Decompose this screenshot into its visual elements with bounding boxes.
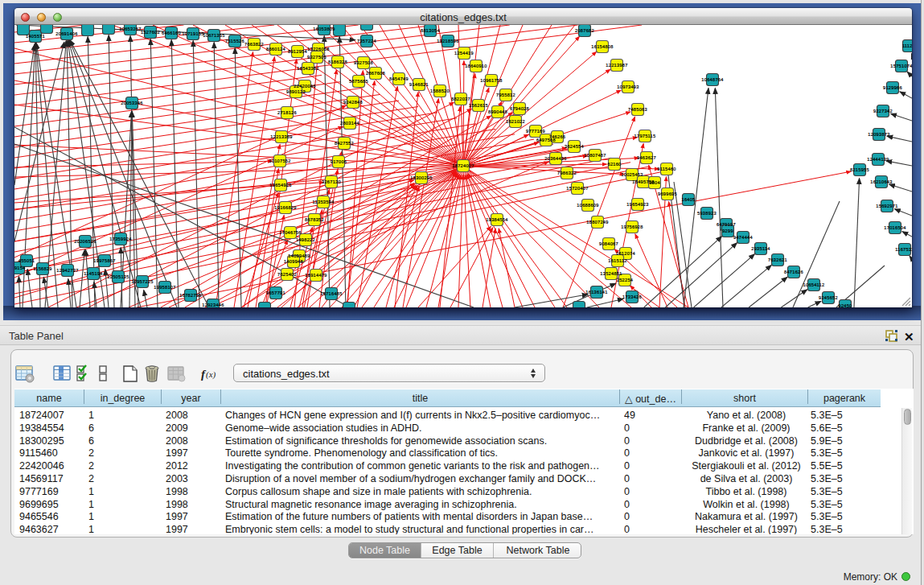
svg-text:9777169: 9777169	[526, 129, 545, 134]
svg-text:15716485: 15716485	[320, 291, 342, 296]
svg-text:12505135: 12505135	[107, 274, 129, 279]
svg-text:8427552: 8427552	[335, 141, 354, 146]
svg-text:1156829: 1156829	[33, 266, 51, 271]
svg-text:1612074: 1612074	[616, 251, 635, 256]
svg-text:15751074: 15751074	[890, 64, 912, 68]
svg-text:6794028: 6794028	[510, 106, 529, 111]
svg-text:7955812: 7955812	[496, 93, 515, 97]
svg-text:8813054: 8813054	[421, 28, 440, 33]
svg-text:17016504: 17016504	[884, 225, 906, 230]
svg-text:19218596: 19218596	[437, 39, 458, 43]
svg-text:10719155: 10719155	[182, 31, 203, 36]
svg-text:12213369: 12213369	[270, 134, 292, 139]
svg-text:19958107: 19958107	[154, 285, 175, 290]
svg-text:39154: 39154	[14, 266, 26, 270]
svg-text:12923446: 12923446	[202, 303, 224, 307]
svg-text:8678352: 8678352	[305, 217, 324, 222]
svg-text:12942737: 12942737	[56, 268, 78, 273]
svg-text:5938923: 5938923	[697, 211, 717, 216]
svg-text:20053346: 20053346	[121, 101, 142, 105]
svg-text:16154808: 16154808	[591, 44, 613, 49]
svg-text:10973493: 10973493	[617, 84, 639, 89]
svg-text:1405571: 1405571	[26, 34, 45, 39]
svg-text:8454749: 8454749	[389, 76, 409, 81]
svg-text:10653267: 10653267	[119, 27, 141, 31]
svg-text:3267130: 3267130	[322, 179, 341, 184]
svg-text:9227342: 9227342	[873, 109, 893, 113]
svg-text:2803144: 2803144	[340, 121, 359, 126]
svg-text:9115460: 9115460	[657, 167, 676, 171]
svg-text:9146821: 9146821	[409, 82, 429, 87]
svg-text:12444139: 12444139	[867, 157, 889, 162]
svg-text:746266: 746266	[549, 134, 565, 139]
svg-text:917006: 917006	[331, 159, 347, 164]
svg-text:10671355: 10671355	[203, 33, 224, 38]
svg-text:15720407: 15720407	[566, 186, 588, 191]
svg-text:9657791: 9657791	[266, 290, 285, 295]
svg-text:7485063: 7485063	[628, 107, 647, 112]
svg-text:11121: 11121	[902, 43, 912, 48]
svg-text:11353594: 11353594	[313, 200, 335, 204]
svg-text:7515526: 7515526	[225, 39, 244, 43]
svg-text:16543362: 16543362	[297, 66, 318, 71]
svg-text:18300295: 18300295	[410, 175, 432, 180]
svg-text:12213987: 12213987	[606, 63, 627, 68]
svg-text:10025453: 10025453	[621, 172, 643, 177]
svg-text:9245652: 9245652	[819, 295, 838, 300]
svg-text:2867608: 2867608	[366, 71, 385, 76]
svg-text:9242848: 9242848	[343, 100, 363, 105]
svg-text:(x): (x)	[206, 369, 216, 380]
svg-text:9699695: 9699695	[658, 192, 677, 196]
svg-text:9129966: 9129966	[883, 85, 902, 90]
svg-text:17975115: 17975115	[634, 134, 656, 138]
svg-text:3624554: 3624554	[565, 144, 584, 149]
svg-text:17359924: 17359924	[109, 237, 131, 241]
svg-text:18724007: 18724007	[452, 163, 474, 168]
svg-text:9890123: 9890123	[286, 89, 306, 94]
svg-text:19756928: 19756928	[621, 225, 643, 229]
svg-text:1498222: 1498222	[296, 237, 315, 242]
svg-text:1733426: 1733426	[622, 295, 642, 299]
svg-text:1254419: 1254419	[454, 51, 474, 56]
svg-text:18640910: 18640910	[465, 64, 487, 68]
svg-text:8822037: 8822037	[451, 97, 470, 101]
svg-text:18807249: 18807249	[586, 220, 608, 225]
svg-text:9327508: 9327508	[354, 60, 373, 65]
svg-text:2718126: 2718126	[277, 110, 297, 115]
svg-text:9084067: 9084067	[599, 241, 618, 246]
svg-text:2087682: 2087682	[575, 28, 594, 33]
svg-text:1615112: 1615112	[608, 258, 626, 263]
svg-text:8990448: 8990448	[488, 109, 507, 114]
svg-text:15692971: 15692971	[876, 204, 897, 208]
svg-text:1588520: 1588520	[430, 89, 450, 93]
svg-text:8471626: 8471626	[784, 270, 803, 274]
svg-text:17046756: 17046756	[279, 230, 301, 235]
svg-text:6479197: 6479197	[717, 222, 736, 227]
svg-text:10807487: 10807487	[584, 153, 606, 158]
svg-text:92450: 92450	[838, 303, 852, 307]
svg-text:8215955: 8215955	[850, 167, 869, 172]
svg-text:20691406: 20691406	[55, 31, 77, 36]
svg-text:13226058: 13226058	[307, 47, 329, 51]
svg-text:1562615: 1562615	[469, 103, 488, 108]
svg-text:7663822: 7663822	[244, 42, 264, 47]
svg-text:5875685: 5875685	[349, 79, 368, 84]
svg-text:16914479: 16914479	[305, 273, 326, 278]
svg-text:1527602: 1527602	[141, 30, 160, 35]
svg-text:9327505: 9327505	[307, 55, 326, 60]
svg-text:9463627: 9463627	[637, 155, 656, 160]
svg-text:14099489: 14099489	[288, 253, 310, 258]
svg-text:62160: 62160	[607, 162, 621, 167]
svg-text:1409948: 1409948	[284, 259, 303, 264]
svg-text:8912954: 8912954	[288, 49, 307, 54]
svg-text:16136141: 16136141	[585, 290, 607, 295]
svg-text:2935114: 2935114	[751, 246, 770, 251]
svg-text:13524851: 13524851	[600, 271, 622, 276]
svg-text:16782759: 16782759	[179, 293, 201, 298]
svg-text:16210643: 16210643	[870, 179, 892, 184]
svg-text:12093873: 12093873	[868, 132, 889, 137]
svg-text:19654925: 19654925	[269, 183, 291, 187]
svg-text:8186328: 8186328	[328, 60, 347, 64]
svg-text:7986322: 7986322	[557, 171, 577, 175]
svg-text:9804: 9804	[649, 180, 660, 185]
